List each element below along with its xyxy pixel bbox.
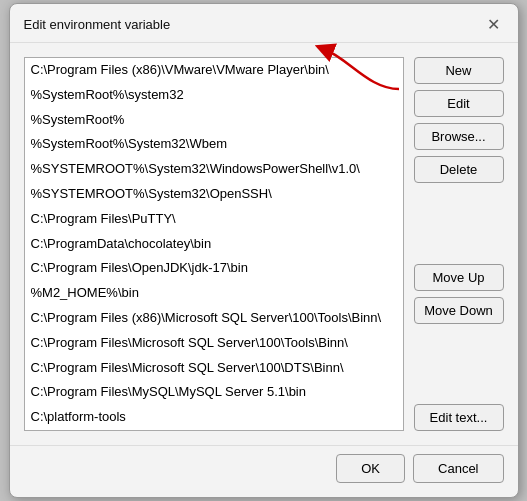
- new-button[interactable]: New: [414, 57, 504, 84]
- close-button[interactable]: ✕: [484, 14, 504, 34]
- list-item[interactable]: C:\Program Files\Microsoft SQL Server\10…: [25, 331, 403, 356]
- list-item[interactable]: C:\Program Files\Microsoft SQL Server\10…: [25, 356, 403, 381]
- cancel-button[interactable]: Cancel: [413, 454, 503, 483]
- ok-button[interactable]: OK: [336, 454, 405, 483]
- list-item[interactable]: C:\ProgramData\chocolatey\bin: [25, 232, 403, 257]
- list-item[interactable]: C:\Program Files (x86)\Microsoft SQL Ser…: [25, 306, 403, 331]
- list-item[interactable]: C:\Program Files\OpenJDK\jdk-17\bin: [25, 256, 403, 281]
- dialog-footer: OK Cancel: [10, 445, 518, 497]
- list-item[interactable]: C:\Program Files (x86)\VMware\VMware Pla…: [25, 58, 403, 83]
- edit-text-button[interactable]: Edit text...: [414, 404, 504, 431]
- list-item[interactable]: C:\Program Files\MySQL\MySQL Server 5.1\…: [25, 380, 403, 405]
- list-item[interactable]: %SYSTEMROOT%\System32\WindowsPowerShell\…: [25, 157, 403, 182]
- list-item[interactable]: %SystemRoot%\System32\Wbem: [25, 132, 403, 157]
- move-down-button[interactable]: Move Down: [414, 297, 504, 324]
- list-item[interactable]: %SystemRoot%: [25, 108, 403, 133]
- move-up-button[interactable]: Move Up: [414, 264, 504, 291]
- env-variable-list[interactable]: C:\Program Files (x86)\VMware\VMware Pla…: [24, 57, 404, 431]
- delete-button[interactable]: Delete: [414, 156, 504, 183]
- buttons-panel: New Edit Browse... Delete Move Up Move D…: [414, 57, 504, 431]
- dialog-title: Edit environment variable: [24, 17, 171, 32]
- edit-button[interactable]: Edit: [414, 90, 504, 117]
- list-item[interactable]: C:\Program Files\PuTTY\: [25, 207, 403, 232]
- list-item[interactable]: %M2_HOME%\bin: [25, 281, 403, 306]
- dialog-content: C:\Program Files (x86)\VMware\VMware Pla…: [10, 43, 518, 445]
- list-item[interactable]: C:\platform-tools: [25, 405, 403, 430]
- edit-env-variable-dialog: Edit environment variable ✕ C:\Program F…: [9, 3, 519, 498]
- list-item[interactable]: %SYSTEMROOT%\System32\OpenSSH\: [25, 182, 403, 207]
- browse-button[interactable]: Browse...: [414, 123, 504, 150]
- title-bar: Edit environment variable ✕: [10, 4, 518, 43]
- list-item[interactable]: %SystemRoot%\system32: [25, 83, 403, 108]
